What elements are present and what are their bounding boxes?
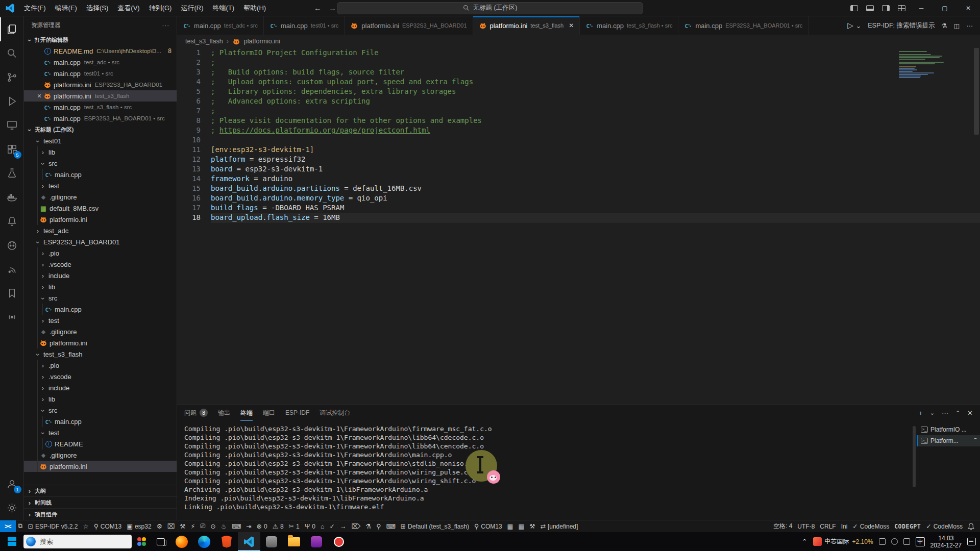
editor-scrollbar[interactable]: [973, 48, 980, 405]
sidebar-section-大纲[interactable]: ›大纲: [24, 485, 177, 496]
close-tab-icon[interactable]: ✕: [569, 22, 574, 29]
activity-item-extensions-icon[interactable]: 5: [0, 137, 24, 161]
tree-folder-lib[interactable]: ›lib: [24, 281, 177, 292]
tray-expand-icon[interactable]: ⌃: [802, 538, 807, 545]
status-indentation[interactable]: 空格: 4: [771, 520, 795, 532]
panel-more-icon[interactable]: ⋯: [942, 409, 948, 417]
panel-tab-ESP-IDF[interactable]: ESP-IDF: [285, 405, 309, 421]
tree-folder-test[interactable]: ›test: [24, 427, 177, 438]
status-pio-monitor[interactable]: ⚲: [374, 520, 383, 532]
tree-folder-test01[interactable]: ›test01: [24, 135, 177, 146]
taskbar-app-brave[interactable]: [215, 532, 238, 551]
close-panel-icon[interactable]: ✕: [967, 409, 973, 417]
breadcrumb-folder[interactable]: test_s3_flash: [185, 38, 223, 45]
tree-folder-src[interactable]: ›src: [24, 158, 177, 169]
status-encoding[interactable]: UTF-8: [795, 520, 817, 532]
tree-folder-.vscode[interactable]: ›.vscode: [24, 371, 177, 382]
run-button[interactable]: ▷: [847, 21, 853, 30]
code-line-7[interactable]: ;: [211, 106, 980, 116]
status-monitor-screen[interactable]: ⎚: [198, 520, 208, 532]
tree-folder-include[interactable]: ›include: [24, 270, 177, 281]
tree-file-default_8MB.csv[interactable]: ▦default_8MB.csv: [24, 203, 177, 214]
activity-item-bookmarks-icon[interactable]: [0, 281, 24, 305]
open-editor-item[interactable]: Cmain.cpptest_s3_flash • src: [24, 102, 177, 113]
activity-item-testing-icon[interactable]: [0, 161, 24, 185]
status-language-mode[interactable]: Ini: [839, 520, 850, 532]
activity-item-espressif-idf-icon[interactable]: [0, 257, 24, 281]
panel-tab-问题[interactable]: 问题8: [184, 405, 208, 421]
status-pio-home[interactable]: ⌂: [318, 520, 327, 532]
toggle-sidebar-icon[interactable]: [850, 5, 858, 11]
open-editor-item[interactable]: iREADME.mdC:\Users\jhf\Desktop\D...8: [24, 45, 177, 57]
activity-item-notifications-icon[interactable]: [0, 209, 24, 233]
open-editor-item[interactable]: Cmain.cpptest_adc • src: [24, 57, 177, 68]
taskbar-app-firefox[interactable]: [170, 532, 193, 551]
taskbar-app-recorder[interactable]: [328, 532, 350, 551]
status-codegpt[interactable]: CODEGPT: [892, 520, 923, 532]
tree-file-platformio.ini[interactable]: platformio.ini: [24, 337, 177, 348]
minimap[interactable]: [899, 51, 946, 79]
activity-item-search-icon[interactable]: [0, 41, 24, 65]
new-terminal-icon[interactable]: +: [919, 409, 923, 417]
menu-item[interactable]: 转到(G): [144, 0, 177, 16]
code-line-9[interactable]: ; https://docs.platformio.org/page/proje…: [211, 126, 980, 135]
maximize-panel-icon[interactable]: ⌃: [955, 410, 960, 416]
status-pio-port[interactable]: ⚲COM13: [472, 520, 505, 532]
tree-folder-src[interactable]: ›src: [24, 405, 177, 416]
status-git-compare[interactable]: ⇄[undefined]: [537, 520, 580, 532]
menu-item[interactable]: 查看(V): [113, 0, 144, 16]
open-editor-item[interactable]: platformio.iniESP32S3_HA_BOARD01: [24, 79, 177, 90]
status-settings-gear[interactable]: ⚙: [154, 520, 165, 532]
code-line-11[interactable]: [env:esp32-s3-devkitm-1]: [211, 145, 980, 155]
code-line-3[interactable]: ; Build options: build flags, source fil…: [211, 67, 980, 77]
editor-tab[interactable]: platformio.initest_s3_flash✕: [473, 16, 580, 35]
tree-folder-include[interactable]: ›include: [24, 382, 177, 393]
code-line-14[interactable]: framework = arduino: [211, 174, 980, 184]
taskbar-app-app-gray[interactable]: [260, 532, 283, 551]
code-line-2[interactable]: ;: [211, 58, 980, 67]
menu-item[interactable]: 运行(R): [176, 0, 208, 16]
code-line-10[interactable]: [211, 135, 980, 145]
ime-indicator[interactable]: 中: [916, 537, 925, 546]
tree-folder-.pio[interactable]: ›.pio: [24, 247, 177, 259]
status-eol[interactable]: CRLF: [817, 520, 838, 532]
open-editors-section[interactable]: › 打开的编辑器: [24, 34, 177, 45]
tree-file-.gitignore[interactable]: ◆.gitignore: [24, 191, 177, 203]
code-line-4[interactable]: ; Upload options: custom upload port, sp…: [211, 77, 980, 87]
tree-file-platformio.ini[interactable]: platformio.ini: [24, 214, 177, 225]
code-line-6[interactable]: ; Advanced options: extra scripting: [211, 96, 980, 106]
tree-folder-test_s3_flash[interactable]: ›test_s3_flash: [24, 348, 177, 360]
status-duplicate-workspace[interactable]: ⧉: [16, 520, 26, 532]
tree-file-README[interactable]: iREADME: [24, 438, 177, 449]
activity-item-settings-icon[interactable]: [0, 496, 24, 520]
tree-file-.gitignore[interactable]: ◆.gitignore: [24, 326, 177, 337]
status-serial-monitor-2[interactable]: ▦: [516, 520, 527, 532]
status-codemoss-1[interactable]: ✓CodeMoss: [850, 520, 892, 532]
breadcrumb-file[interactable]: platformio.ini: [244, 38, 280, 45]
panel-tab-终端[interactable]: 终端: [240, 405, 253, 421]
editor-tab[interactable]: Cmain.cppESP32S3_HA_BOARD01 • src: [678, 16, 808, 35]
taskbar-app-vscode[interactable]: [238, 532, 260, 551]
activity-item-source-control-icon[interactable]: [0, 65, 24, 89]
tree-folder-test[interactable]: ›test: [24, 180, 177, 191]
close-window-button[interactable]: ✕: [957, 0, 980, 16]
menu-item[interactable]: 终端(T): [208, 0, 239, 16]
status-build-flame[interactable]: ♨: [218, 520, 229, 532]
panel-tab-端口[interactable]: 端口: [263, 405, 275, 421]
status-open-folder[interactable]: ⇥: [243, 520, 254, 532]
status-serial-port[interactable]: ⚲COM13: [91, 520, 125, 532]
tree-folder-.pio[interactable]: ›.pio: [24, 360, 177, 371]
taskbar-search-input[interactable]: 搜索: [23, 535, 132, 548]
close-editor-icon[interactable]: ✕: [35, 93, 43, 99]
editor-tab[interactable]: platformio.iniESP32S3_HA_BOARD01: [345, 16, 473, 35]
activity-item-remote-explorer-icon[interactable]: [0, 113, 24, 137]
activity-item-account-icon[interactable]: 1: [0, 472, 24, 496]
terminal-scrollbar[interactable]: [912, 421, 917, 520]
status-antenna[interactable]: Ψ0: [302, 520, 318, 532]
terminal-output[interactable]: Compiling .pio\build\esp32-s3-devkitm-1\…: [177, 421, 912, 520]
taskbar-clock[interactable]: 14:03 2024-12-27: [930, 535, 962, 549]
stock-ticker-widget[interactable]: 中芯国际 +2.10%: [813, 537, 873, 546]
customize-layout-icon[interactable]: [898, 5, 905, 11]
code-line-5[interactable]: ; Library options: dependencies, extra l…: [211, 87, 980, 96]
split-editor-icon[interactable]: ◫: [954, 22, 960, 30]
